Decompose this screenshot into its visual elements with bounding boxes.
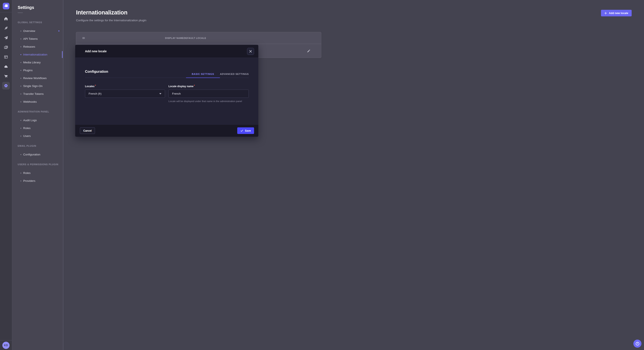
settings-subnav: Settings GLOBAL SETTINGS Overview: [12, 0, 63, 181]
nav-item-label: Roles: [23, 127, 31, 130]
nav-item-label: Single Sign-On: [23, 84, 42, 88]
tab[interactable]: ADVANCED SETTINGS: [220, 70, 249, 78]
subnav-header: Settings: [12, 0, 63, 13]
nav-item[interactable]: Transfer Tokens: [12, 90, 63, 98]
bullet-icon: [20, 46, 21, 47]
layout-icon[interactable]: [2, 53, 10, 61]
required-asterisk: *: [95, 84, 96, 88]
bullet-icon: [20, 101, 21, 102]
modal-header: Add new locale: [75, 45, 258, 58]
display-name-input-wrap: [168, 90, 249, 98]
close-icon: [249, 50, 252, 53]
tabs-divider: [85, 78, 249, 78]
bullet-icon: [20, 128, 21, 129]
rail-icon-list: [0, 12, 12, 90]
paper-plane-icon[interactable]: [2, 34, 10, 42]
display-name-input[interactable]: [172, 92, 245, 95]
bullet-icon: [20, 120, 21, 121]
nav-item[interactable]: Single Sign-On: [12, 82, 63, 90]
nav-item-label: Media Library: [23, 61, 41, 64]
nav-item-list: Roles Providers: [12, 169, 63, 181]
page-title: Internationalization: [76, 9, 128, 16]
nav-item[interactable]: Users: [12, 132, 63, 140]
bullet-icon: [20, 136, 21, 137]
table-header-row: IDDISPLAY NAMEDEFAULT LOCALE: [76, 32, 321, 44]
bullet-icon: [20, 62, 21, 63]
nav-item[interactable]: Review Workflows: [12, 74, 63, 82]
modal-footer: Cancel Save: [75, 124, 258, 137]
nav-item[interactable]: Audit Logs: [12, 116, 63, 124]
nav-section-label: USERS & PERMISSIONS PLUGIN: [12, 161, 63, 168]
media-library-icon[interactable]: [2, 44, 10, 51]
check-icon: [240, 129, 243, 132]
nav-item[interactable]: Webhooks: [12, 98, 63, 106]
bullet-icon: [20, 38, 21, 39]
nav-item-label: API Tokens: [23, 37, 38, 40]
nav-item[interactable]: Configuration: [12, 151, 63, 159]
nav-item[interactable]: Releases: [12, 43, 63, 51]
bullet-icon: [20, 70, 21, 71]
locales-select-value: French (fr): [88, 92, 102, 95]
feather-content-icon[interactable]: [2, 24, 10, 32]
close-modal-button[interactable]: [247, 48, 254, 55]
form-fields: Locales* French (fr) Locale display name…: [85, 84, 249, 103]
bullet-icon: [20, 180, 21, 181]
nav-section: ADMINISTRATION PANEL Audit Logs Roles: [12, 108, 63, 140]
nav-item[interactable]: Providers: [12, 177, 63, 181]
save-label: Save: [245, 129, 251, 132]
settings-tabs: BASIC SETTINGSADVANCED SETTINGS: [186, 70, 249, 78]
nav-section: USERS & PERMISSIONS PLUGIN Roles Provide…: [12, 161, 63, 181]
pencil-icon: [307, 49, 310, 53]
display-name-hint: Locale will be displayed under that name…: [168, 100, 252, 103]
bullet-icon: [20, 86, 21, 87]
nav-item[interactable]: Plugins: [12, 66, 63, 74]
nav-item-list: Overview API Tokens Releases: [12, 27, 63, 106]
nav-item[interactable]: Roles: [12, 169, 63, 177]
nav-item-label: Webhooks: [23, 100, 37, 103]
nav-item[interactable]: Overview: [12, 27, 63, 35]
nav-item-label: Users: [23, 134, 31, 138]
locales-field-group: Locales* French (fr): [85, 84, 165, 103]
nav-item-label: Releases: [23, 45, 35, 48]
app-rail: KD: [0, 0, 12, 181]
display-name-field-group: Locale display name* Locale will be disp…: [168, 84, 249, 103]
nav-item-label: Internationalization: [23, 53, 47, 56]
nav-item[interactable]: Media Library: [12, 58, 63, 66]
display-name-label: Locale display name: [168, 85, 193, 88]
nav-section-label: ADMINISTRATION PANEL: [12, 108, 63, 116]
add-locale-modal: Add new locale Configuration BASIC SETTI…: [75, 45, 258, 137]
nav-item-label: Review Workflows: [23, 77, 47, 80]
nav-item[interactable]: Internationalization: [12, 51, 63, 58]
logo-section: [0, 0, 12, 12]
marketplace-cart-icon[interactable]: [2, 72, 10, 80]
nav-section-label: GLOBAL SETTINGS: [12, 18, 63, 26]
table-column-header: ID: [82, 37, 165, 39]
tab[interactable]: BASIC SETTINGS: [186, 70, 220, 78]
configuration-heading: Configuration: [85, 70, 108, 74]
notification-dot-icon: [58, 30, 60, 31]
bullet-icon: [20, 78, 21, 79]
home-icon[interactable]: [2, 15, 10, 22]
required-asterisk: *: [194, 84, 195, 88]
nav-section: GLOBAL SETTINGS Overview API Tokens: [12, 18, 63, 106]
edit-locale-button[interactable]: [306, 49, 311, 54]
table-column-header: DISPLAY NAME: [165, 37, 184, 39]
nav-item-list: Audit Logs Roles Users: [12, 116, 63, 140]
nav-section: EMAIL PLUGIN Configuration: [12, 142, 63, 159]
nav-item[interactable]: API Tokens: [12, 35, 63, 43]
settings-gear-icon[interactable]: [2, 82, 10, 90]
nav-item[interactable]: Roles: [12, 124, 63, 132]
nav-item-label: Plugins: [23, 69, 32, 72]
subnav-title: Settings: [18, 5, 63, 10]
cloud-icon[interactable]: [2, 63, 10, 70]
save-button[interactable]: Save: [237, 127, 254, 134]
nav-item-list: Configuration: [12, 151, 63, 159]
nav-item-label: Audit Logs: [23, 119, 37, 122]
nav-item-label: Configuration: [23, 153, 40, 156]
cancel-button[interactable]: Cancel: [80, 127, 95, 134]
locales-label: Locales: [85, 85, 94, 88]
locales-select[interactable]: French (fr): [85, 90, 165, 98]
chevron-down-icon: [159, 93, 162, 94]
bullet-icon: [20, 173, 21, 174]
strapi-logo-icon[interactable]: [3, 3, 9, 9]
